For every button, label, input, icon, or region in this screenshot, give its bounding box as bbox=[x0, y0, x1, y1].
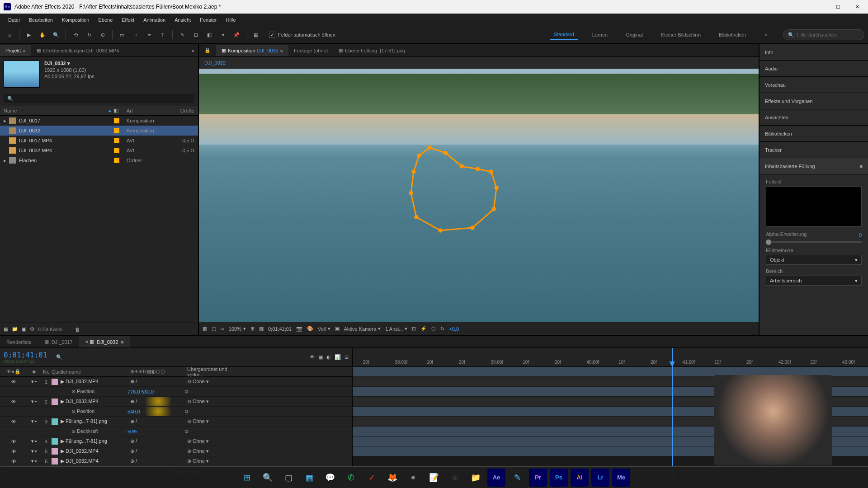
project-item[interactable]: DJI_0032.MP4 AVI 3,5 G bbox=[0, 145, 198, 155]
panel-tracker[interactable]: Tracker bbox=[760, 142, 868, 158]
timeline-current-time[interactable]: 0;01;41;01 bbox=[4, 351, 47, 359]
tab-effect-controls[interactable]: ▦ Effekteinstellungen DJI_0032.MP4 bbox=[31, 45, 125, 56]
comp-icon[interactable]: ▣ bbox=[22, 326, 26, 332]
tab-dji0017[interactable]: ▦ DJI_0017 bbox=[38, 336, 79, 347]
timeline-search[interactable]: 🔍 bbox=[56, 354, 62, 360]
timeline-layer[interactable]: 👁 ▾ ▪ 5 ▶ DJI_0032.MP4 ⊕ / ⊚ Ohne ▾ bbox=[0, 446, 352, 456]
help-search[interactable]: 🔍 Hilfe durchsuchen bbox=[783, 29, 864, 40]
menu-effekt[interactable]: Effekt bbox=[117, 15, 139, 24]
menu-datei[interactable]: Datei bbox=[4, 15, 24, 24]
pixel-aspect[interactable]: ⊡ bbox=[412, 326, 416, 332]
rect-tool[interactable]: ▭ bbox=[116, 29, 128, 41]
alpha-value[interactable]: 0 bbox=[859, 232, 862, 238]
tab-ebene[interactable]: ▦ Ebene Füllung_[17-81].png bbox=[333, 45, 410, 56]
taskbar-ai[interactable]: Ai bbox=[571, 469, 589, 487]
workspace-kleiner[interactable]: Kleiner Bildschirm bbox=[657, 30, 704, 39]
taskbar-todoist[interactable]: ✓ bbox=[363, 469, 381, 487]
menu-ebene[interactable]: Ebene bbox=[94, 15, 117, 24]
taskbar-app1[interactable]: ● bbox=[404, 469, 422, 487]
col-name-header[interactable]: Name bbox=[4, 108, 108, 113]
panel-info[interactable]: Info bbox=[760, 44, 868, 61]
selection-tool[interactable]: ▶ bbox=[23, 29, 35, 41]
auto-open-checkbox[interactable] bbox=[269, 32, 275, 38]
menu-fenster[interactable]: Fenster bbox=[195, 15, 221, 24]
channel-toggle[interactable]: ∞ bbox=[221, 326, 224, 332]
tab-dji0032[interactable]: × ▦ DJI_0032 ≡ bbox=[79, 336, 130, 347]
timeline-layer[interactable]: 👁 ▾ ▪ 2 ▶ DJI_0032.MP4 ⊕ / ⊚ Ohne ▾ bbox=[0, 397, 352, 407]
layer-property[interactable]: ⊙ Position 540,0 ⊚ bbox=[0, 407, 352, 417]
panel-bibliotheken[interactable]: Bibliotheken bbox=[760, 126, 868, 142]
timeline-layer[interactable]: 👁 ▾ ▪ 6 ▶ DJI_0032.MP4 ⊕ / ⊚ Ohne ▾ bbox=[0, 456, 352, 466]
menu-komposition[interactable]: Komposition bbox=[57, 15, 94, 24]
col-parent[interactable]: Übergeordnet und verkn... bbox=[187, 366, 241, 377]
tab-komposition[interactable]: ▦ Komposition DJI_0032 ≡ bbox=[216, 45, 288, 56]
pen-tool[interactable]: ✒ bbox=[143, 29, 155, 41]
roi-icon[interactable]: ▣ bbox=[335, 326, 340, 332]
transparency-grid[interactable]: ▦ bbox=[259, 326, 264, 332]
menu-hilfe[interactable]: Hilfe bbox=[222, 15, 241, 24]
zoom-level[interactable]: 100% ▾ bbox=[229, 326, 246, 332]
taskbar-pr[interactable]: Pr bbox=[529, 469, 547, 487]
tabs-overflow[interactable]: » bbox=[188, 48, 198, 53]
workspace-original[interactable]: Original bbox=[622, 30, 646, 39]
project-item[interactable]: ▸ Flächen Ordner bbox=[0, 155, 198, 165]
layer-property[interactable]: ⊙ Position 776,0 530,0 ⊚ bbox=[0, 387, 352, 397]
close-button[interactable]: ✕ bbox=[852, 1, 863, 12]
exposure-value[interactable]: +0,0 bbox=[449, 326, 459, 332]
panel-vorschau[interactable]: Vorschau bbox=[760, 77, 868, 93]
taskbar-explorer[interactable]: 📁 bbox=[467, 469, 485, 487]
tab-footage[interactable]: Footage (ohne) bbox=[288, 45, 333, 56]
maximize-button[interactable]: ☐ bbox=[833, 1, 844, 12]
project-item[interactable]: DJI_0017.MP4 AVI 3,5 G bbox=[0, 136, 198, 145]
puppet-tool[interactable]: 📌 bbox=[231, 29, 242, 41]
panel-audio[interactable]: Audio bbox=[760, 61, 868, 77]
interpret-icon[interactable]: ▦ bbox=[4, 326, 8, 332]
alpha-slider[interactable] bbox=[766, 241, 862, 243]
color-mgmt[interactable]: 🎨 bbox=[307, 326, 313, 332]
mask-path[interactable] bbox=[389, 140, 524, 236]
timeline-layer[interactable]: 👁 ▾ ▪ 4 ▶ Füllung...7-81].png ⊕ / ⊚ Ohne… bbox=[0, 436, 352, 446]
workspace-overflow[interactable]: » bbox=[760, 29, 772, 41]
tab-renderliste[interactable]: Renderliste bbox=[0, 337, 38, 347]
brush-tool[interactable]: ✎ bbox=[176, 29, 188, 41]
taskbar-lr[interactable]: Lr bbox=[591, 469, 609, 487]
anchor-tool[interactable]: ⊕ bbox=[97, 29, 108, 41]
fast-preview[interactable]: ⚡ bbox=[420, 326, 427, 332]
home-tool[interactable]: ⌂ bbox=[4, 29, 15, 41]
safe-zones[interactable]: ⊞ bbox=[250, 326, 255, 332]
folder-icon[interactable]: 📁 bbox=[12, 326, 18, 332]
taskbar-widgets[interactable]: ▦ bbox=[300, 469, 318, 487]
col-type-header[interactable]: Art bbox=[127, 108, 167, 113]
view-count-dropdown[interactable]: 1 Ansi... ▾ bbox=[385, 326, 407, 332]
clone-tool[interactable]: ⊡ bbox=[190, 29, 202, 41]
taskbar-teams[interactable]: 💬 bbox=[321, 469, 339, 487]
mask-toggle[interactable]: ▢ bbox=[212, 326, 216, 332]
sort-icon[interactable]: ▴ bbox=[108, 108, 114, 113]
tab-projekt[interactable]: Projekt ≡ bbox=[0, 45, 31, 56]
col-source[interactable]: Quellenname bbox=[52, 369, 128, 375]
depth-label[interactable]: 8-Bit-Kanal bbox=[38, 327, 62, 332]
range-select[interactable]: Arbeitsbereich ▾ bbox=[766, 276, 862, 286]
taskbar-notes[interactable]: 📝 bbox=[425, 469, 443, 487]
rotate-tool[interactable]: ↻ bbox=[83, 29, 95, 41]
taskbar-me[interactable]: Me bbox=[612, 469, 630, 487]
zoom-tool[interactable]: 🔍 bbox=[50, 29, 62, 41]
taskbar-taskview[interactable]: ▢ bbox=[279, 469, 297, 487]
col-label-header[interactable]: ◧ bbox=[114, 108, 127, 113]
trash-icon[interactable]: 🗑 bbox=[75, 327, 80, 332]
project-item[interactable]: DJI_0032 Komposition bbox=[0, 126, 198, 136]
taskbar-whatsapp[interactable]: ✆ bbox=[342, 469, 360, 487]
workspace-standard[interactable]: Standard bbox=[550, 30, 578, 40]
workspace-lernen[interactable]: Lernen bbox=[589, 30, 611, 39]
resolution-dropdown[interactable]: Voll ▾ bbox=[318, 326, 330, 332]
draft-3d-toggle[interactable]: ⊡ bbox=[344, 354, 349, 360]
timeline-layer[interactable]: 👁 ▾ ▪ 1 ▶ DJI_0032.MP4 ⊕ / ⊚ Ohne ▾ bbox=[0, 377, 352, 387]
comp-breadcrumb[interactable]: DJI_0032 bbox=[204, 60, 226, 66]
project-item[interactable]: ▸ DJI_0017 Komposition bbox=[0, 116, 198, 126]
composition-viewer[interactable] bbox=[199, 69, 759, 322]
roto-tool[interactable]: ✦ bbox=[217, 29, 229, 41]
panel-content-aware-fill[interactable]: Inhaltsbasierte Füllung≡ bbox=[760, 158, 868, 174]
lock-icon[interactable]: 🔒 bbox=[199, 45, 216, 56]
minimize-button[interactable]: ─ bbox=[814, 1, 825, 12]
hand-tool[interactable]: ✋ bbox=[37, 29, 48, 41]
